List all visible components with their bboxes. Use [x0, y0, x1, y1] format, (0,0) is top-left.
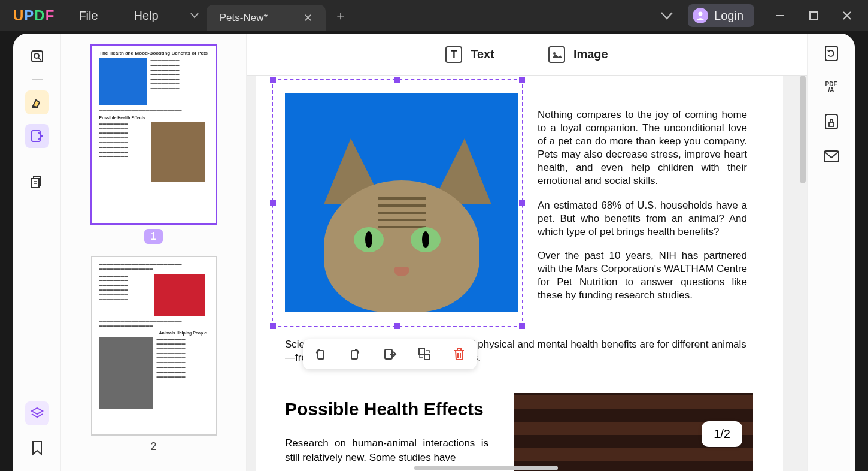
extract-icon	[383, 347, 397, 361]
layers-button[interactable]	[25, 401, 49, 425]
app-menu-dropdown[interactable]	[654, 11, 679, 20]
convert-button[interactable]	[824, 44, 839, 62]
thumbnail-1[interactable]: The Health and Mood-Boosting Benefits of…	[79, 44, 228, 244]
svg-rect-19	[825, 46, 837, 61]
thumb-text: ▬▬▬▬▬▬▬▬▬▬▬▬▬▬▬▬▬▬▬▬▬▬▬▬▬▬▬▬▬▬▬▬▬▬▬▬▬▬	[99, 262, 208, 271]
menu-help[interactable]: Help	[134, 9, 159, 23]
organize-tool[interactable]	[25, 170, 49, 194]
tab-close-button[interactable]: ✕	[304, 11, 312, 25]
resize-handle[interactable]	[394, 323, 400, 329]
thumb-image	[99, 58, 147, 105]
separator	[32, 79, 43, 80]
image-context-toolbar	[303, 339, 477, 369]
edit-mode-bar: T Text Image	[247, 34, 807, 76]
rotate-left-icon	[313, 347, 327, 361]
paragraph[interactable]: Research on human-animal interactions is…	[285, 436, 488, 465]
share-button[interactable]	[823, 150, 840, 163]
delete-button[interactable]	[450, 345, 468, 363]
image-icon	[548, 46, 565, 63]
replace-button[interactable]	[415, 345, 433, 363]
thumb-text: ▬▬▬▬▬▬▬▬▬▬▬▬▬▬▬▬▬▬▬▬▬▬▬▬▬▬▬▬▬▬▬▬▬▬▬▬▬▬▬▬…	[99, 122, 147, 182]
svg-point-4	[34, 53, 39, 58]
svg-rect-17	[419, 349, 424, 354]
thumbnail-page[interactable]: The Health and Mood-Boosting Benefits of…	[91, 44, 217, 224]
pdfa-button[interactable]: PDF/A	[825, 81, 837, 93]
vertical-scrollbar[interactable]	[800, 76, 806, 183]
resize-handle[interactable]	[270, 200, 276, 206]
page-1[interactable]: Nothing compares to the joy of coming ho…	[256, 76, 783, 471]
new-tab-button[interactable]: ＋	[326, 0, 356, 31]
svg-line-5	[38, 58, 41, 60]
svg-point-8	[41, 135, 43, 137]
right-tool-rail: PDF/A	[807, 34, 855, 471]
workspace: The Health and Mood-Boosting Benefits of…	[13, 34, 855, 471]
rotate-right-button[interactable]	[346, 345, 364, 363]
resize-handle[interactable]	[270, 77, 276, 83]
thumbnail-panel: The Health and Mood-Boosting Benefits of…	[61, 34, 247, 471]
resize-handle[interactable]	[394, 77, 400, 83]
bookmark-icon	[31, 440, 44, 456]
svg-rect-18	[424, 354, 430, 360]
resize-handle[interactable]	[270, 323, 276, 329]
svg-rect-14	[318, 351, 324, 359]
app-logo: UPDF	[13, 7, 54, 24]
maximize-button[interactable]	[808, 10, 825, 21]
resize-handle[interactable]	[519, 323, 525, 329]
edit-tool[interactable]	[25, 124, 49, 148]
paragraph: Nothing compares to the joy of coming ho…	[538, 108, 747, 188]
svg-rect-22	[824, 151, 839, 162]
extract-button[interactable]	[381, 345, 399, 363]
chevron-down-icon	[190, 13, 199, 19]
thumb-text: ▬▬▬▬▬▬▬▬▬▬▬▬▬▬▬▬▬▬▬▬▬▬▬▬▬▬▬▬▬▬▬▬▬▬▬▬▬▬	[99, 319, 208, 329]
document-tab[interactable]: Pets-New* ✕	[207, 5, 326, 31]
svg-rect-21	[829, 122, 834, 126]
document-image[interactable]	[285, 93, 518, 312]
resize-handle[interactable]	[519, 77, 525, 83]
paragraph: An estimated 68% of U.S. households have…	[538, 199, 747, 238]
separator	[32, 159, 43, 159]
lock-icon	[824, 113, 839, 131]
thumbnail-2[interactable]: ▬▬▬▬▬▬▬▬▬▬▬▬▬▬▬▬▬▬▬▬▬▬▬▬▬▬▬▬▬▬▬▬▬▬▬▬▬▬ ▬…	[79, 256, 228, 453]
thumb-text: ▬▬▬▬▬▬▬▬▬▬▬▬▬▬▬▬▬▬▬▬▬▬▬▬▬▬▬▬▬▬▬▬▬▬▬▬▬▬▬▬…	[99, 274, 150, 316]
svg-rect-2	[810, 12, 817, 19]
text-mode-button[interactable]: T Text	[445, 46, 494, 63]
trash-icon	[453, 347, 466, 361]
thumb-heading: Animals Helping People	[159, 331, 208, 335]
resize-handle[interactable]	[519, 200, 525, 206]
image-mode-button[interactable]: Image	[548, 46, 608, 63]
chevron-down-icon	[660, 11, 673, 20]
horizontal-scrollbar[interactable]	[414, 466, 558, 470]
reader-tool[interactable]	[25, 44, 49, 68]
menu-file[interactable]: File	[78, 9, 98, 23]
svg-rect-15	[351, 351, 357, 359]
thumb-image	[154, 274, 205, 316]
thumb-text: ▬▬▬▬▬▬▬▬▬▬▬▬▬▬▬▬▬▬▬▬▬▬▬▬▬▬▬▬▬▬▬▬▬▬▬▬▬▬▬▬…	[151, 58, 180, 105]
envelope-icon	[823, 150, 840, 163]
section-heading[interactable]: Possible Health Effects	[285, 399, 484, 419]
login-button[interactable]: Login	[688, 4, 754, 27]
thumb-number: 2	[150, 440, 156, 453]
comment-tool[interactable]	[25, 90, 49, 114]
bookmark-button[interactable]	[25, 436, 49, 460]
document-area: T Text Image	[247, 34, 807, 471]
tab-title: Pets-New*	[220, 12, 268, 24]
replace-icon	[417, 347, 432, 361]
thumb-heading: Possible Health Effects	[99, 116, 208, 120]
minimize-button[interactable]	[775, 10, 791, 21]
reader-icon	[30, 49, 44, 64]
thumb-title: The Health and Mood-Boosting Benefits of…	[99, 50, 208, 56]
document-viewport[interactable]: Nothing compares to the joy of coming ho…	[247, 76, 807, 471]
svg-point-13	[553, 52, 556, 55]
page-indicator[interactable]: 1/2	[702, 421, 742, 447]
svg-rect-3	[32, 51, 43, 62]
tabs-dropdown[interactable]	[183, 0, 207, 31]
protect-button[interactable]	[824, 113, 839, 131]
window-controls	[775, 10, 858, 21]
body-text[interactable]: Nothing compares to the joy of coming ho…	[538, 108, 747, 313]
rotate-left-button[interactable]	[311, 345, 329, 363]
thumbnail-page[interactable]: ▬▬▬▬▬▬▬▬▬▬▬▬▬▬▬▬▬▬▬▬▬▬▬▬▬▬▬▬▬▬▬▬▬▬▬▬▬▬ ▬…	[91, 256, 217, 436]
left-tool-rail	[13, 34, 61, 471]
pages-icon	[30, 175, 44, 189]
close-window-button[interactable]	[842, 10, 858, 21]
convert-icon	[824, 44, 839, 62]
